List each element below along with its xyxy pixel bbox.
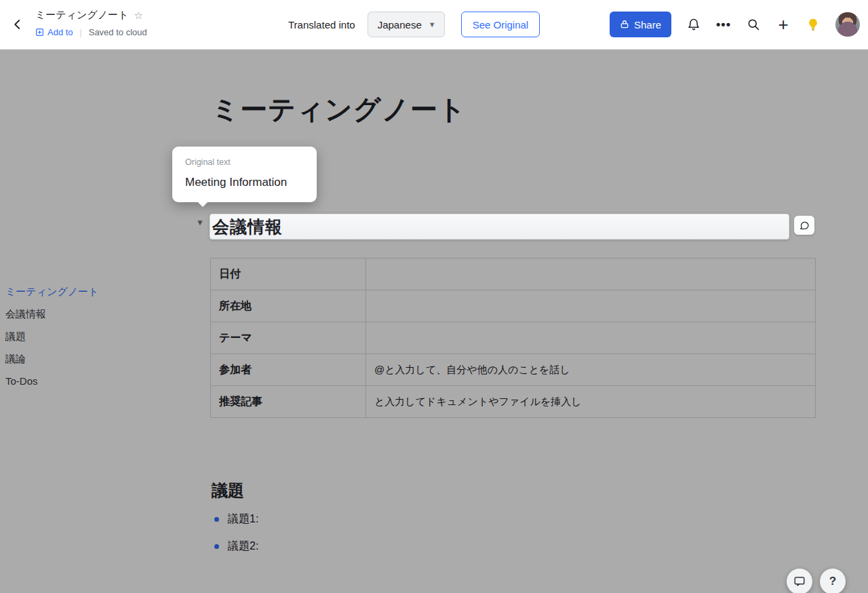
help-icon: ? xyxy=(829,575,836,588)
star-icon[interactable]: ☆ xyxy=(134,10,142,20)
saved-status: Saved to cloud xyxy=(89,27,147,37)
language-selector[interactable]: Japanese ▼ xyxy=(368,12,445,37)
more-options-icon[interactable]: ••• xyxy=(716,17,731,32)
collapse-toggle-icon[interactable]: ▼ xyxy=(196,218,204,227)
window-doc-title: ミーティングノート xyxy=(35,9,128,22)
share-label: Share xyxy=(634,19,661,31)
screen: ミーティングノート ☆ Add to | Saved to cloud Tran… xyxy=(0,0,868,593)
search-icon[interactable] xyxy=(746,17,761,32)
lightbulb-icon[interactable] xyxy=(806,17,821,32)
lock-icon xyxy=(620,20,629,29)
help-button[interactable]: ? xyxy=(820,569,846,593)
notifications-bell-icon[interactable] xyxy=(686,17,701,32)
chevron-down-icon: ▼ xyxy=(429,20,436,28)
comments-panel-icon xyxy=(793,575,806,588)
add-comment-button[interactable] xyxy=(794,216,814,235)
top-bar: ミーティングノート ☆ Add to | Saved to cloud Tran… xyxy=(0,0,868,50)
tooltip-label: Original text xyxy=(185,157,304,167)
add-to-icon xyxy=(35,28,44,37)
user-avatar[interactable] xyxy=(835,12,860,37)
add-to-button[interactable]: Add to xyxy=(35,27,73,37)
share-button[interactable]: Share xyxy=(610,12,671,37)
document-canvas: ミーティングノート ミーティングノート 会議情報 議題 議論 To-Dos 日付… xyxy=(0,50,868,593)
tooltip-original-text: Meeting Information xyxy=(185,176,304,189)
create-new-icon[interactable]: + xyxy=(776,17,791,32)
see-original-button[interactable]: See Original xyxy=(461,12,540,37)
see-original-label: See Original xyxy=(473,19,529,31)
back-button[interactable] xyxy=(9,16,26,33)
add-to-label: Add to xyxy=(47,27,73,37)
translation-controls: Translated into Japanese ▼ See Original xyxy=(288,12,540,37)
dim-overlay xyxy=(0,50,868,593)
original-text-tooltip: Original text Meeting Information xyxy=(172,147,317,202)
language-selected-value: Japanese xyxy=(378,19,422,31)
header-actions: Share ••• + xyxy=(610,12,860,37)
section-heading-text: 会議情報 xyxy=(212,216,283,238)
translated-into-label: Translated into xyxy=(288,19,355,31)
divider: | xyxy=(80,28,82,37)
chevron-left-icon xyxy=(12,18,24,31)
comments-panel-button[interactable] xyxy=(787,569,812,593)
highlighted-section-heading[interactable]: 会議情報 xyxy=(210,214,789,240)
comment-icon xyxy=(799,220,810,231)
document-meta: ミーティングノート ☆ Add to | Saved to cloud xyxy=(35,9,147,37)
